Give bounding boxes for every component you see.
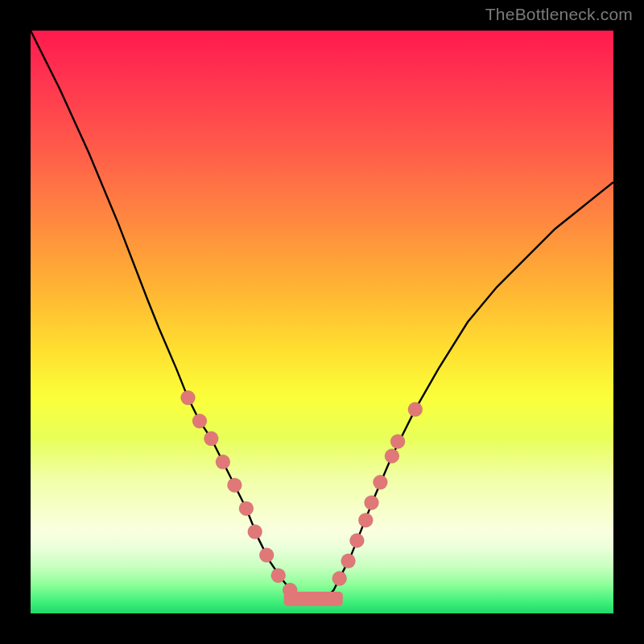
plot-area <box>31 31 613 613</box>
bottleneck-chart: TheBottleneck.com <box>0 0 644 644</box>
marker-dot <box>239 502 254 516</box>
valley-bar <box>284 592 343 606</box>
marker-dot <box>181 390 196 405</box>
marker-dot <box>216 455 230 469</box>
marker-dot <box>271 568 286 583</box>
marker-dot <box>227 478 242 493</box>
marker-dot <box>373 475 387 489</box>
marker-dot <box>365 495 379 510</box>
marker-dot <box>408 402 423 417</box>
marker-dot <box>204 431 218 446</box>
marker-dot <box>390 434 405 448</box>
marker-dot <box>192 414 207 428</box>
marker-dot <box>259 548 274 563</box>
marker-dot <box>385 449 399 464</box>
marker-dot <box>341 554 356 568</box>
marker-dot <box>349 534 364 548</box>
bottleneck-curve <box>31 31 613 600</box>
attribution-label: TheBottleneck.com <box>485 5 633 24</box>
marker-dot <box>358 513 373 527</box>
markers-right <box>332 402 423 586</box>
curve-layer <box>31 31 613 613</box>
marker-dot <box>248 525 262 539</box>
marker-dot <box>332 572 347 586</box>
